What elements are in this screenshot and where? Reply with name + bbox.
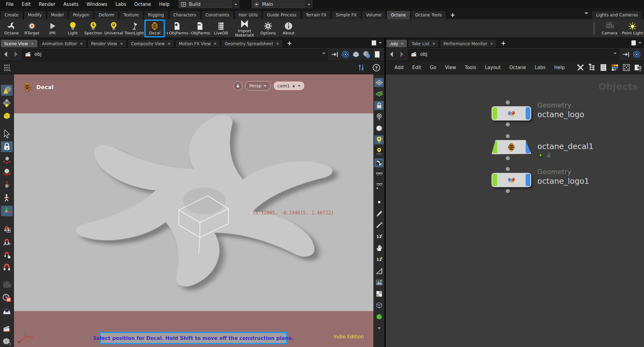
close-tab-icon[interactable] [80, 42, 83, 46]
menu-help[interactable]: Help [155, 2, 174, 7]
take-clapper-icon[interactable] [1, 323, 13, 334]
cursor-arrow-icon[interactable] [1, 129, 13, 139]
shades-icon[interactable] [374, 170, 384, 179]
shelf-tool-ipr[interactable]: IPR [42, 20, 63, 37]
pane-tab-performance-monitor[interactable]: Performance Monitor [440, 39, 497, 47]
scene-viewport[interactable]: Decal Persp cam1 . (6.12005, -0.244015, … [14, 74, 373, 347]
pane-tab-geometry-spreadsheet[interactable]: Geometry Spreadsheet [221, 39, 283, 47]
menu-render[interactable]: Render [35, 2, 59, 7]
construction-plane-icon[interactable] [374, 78, 384, 87]
shelf-tool-import-materialx[interactable]: Import MaterialX [231, 20, 258, 37]
bulb-normal-icon[interactable] [374, 135, 384, 144]
shelf-tool-point-light[interactable]: Point Light [621, 20, 644, 37]
network-editor[interactable]: Objects Geometry octane_logo [386, 74, 644, 347]
node-display-flag[interactable] [492, 174, 497, 186]
menu-octane[interactable]: Octane [130, 2, 155, 7]
menu-edit[interactable]: Edit [18, 2, 35, 7]
node-input-connector[interactable] [506, 134, 510, 138]
film-reel-icon[interactable] [1, 336, 13, 347]
display-sliders-icon[interactable] [357, 64, 365, 72]
magnet-point-icon[interactable] [1, 249, 13, 260]
headlight-icon[interactable] [374, 124, 384, 133]
grid-snap-icon[interactable] [622, 63, 631, 72]
path-dropdown-icon[interactable] [322, 53, 325, 56]
camera-selector-button[interactable]: cam1 [273, 81, 305, 90]
desktop-spinner[interactable] [306, 0, 312, 8]
layout-preset-selector[interactable]: Build [179, 1, 239, 8]
move-cube-icon[interactable] [1, 154, 13, 165]
prim-diamonds-icon[interactable] [1, 98, 13, 109]
shelf-tool-objparms[interactable]: +ObjParms [165, 20, 189, 37]
shelf-tool-universal[interactable]: U Universal [104, 20, 124, 37]
shelf-tool-spectron[interactable]: S Spectron [83, 20, 104, 37]
node-octane-decal1[interactable]: octane_decal1 [492, 140, 637, 154]
prim-numbers-icon[interactable]: 12 [374, 255, 384, 264]
close-tab-icon[interactable] [214, 42, 217, 46]
node-octane-logo1[interactable]: Geometry octane_logo1 [492, 173, 637, 187]
tree-view-icon[interactable] [588, 63, 596, 72]
close-tab-icon[interactable] [276, 42, 279, 46]
close-tab-icon[interactable] [432, 42, 435, 46]
cube-yellow-icon[interactable] [1, 111, 13, 121]
pane-tab-take-list[interactable]: Take List [408, 39, 439, 47]
render-region-icon[interactable] [1, 293, 13, 304]
view-selector-button[interactable]: Persp [245, 81, 271, 90]
pane-tab-render-view[interactable]: Render View [87, 39, 127, 47]
network-menu-edit[interactable]: Edit [408, 65, 426, 70]
secure-lock-icon[interactable] [1, 141, 13, 152]
node-body[interactable] [492, 173, 531, 187]
shelf-tab-volume[interactable]: Volume [362, 11, 386, 19]
add-pane-tab-button[interactable]: + [283, 39, 296, 47]
shelf-tool-livedb[interactable]: LiveDB [211, 20, 231, 37]
shelf-tab-terrain-fx[interactable]: Terrain FX [302, 11, 331, 19]
tools-crossed-icon[interactable] [576, 63, 585, 72]
transform-axes-icon[interactable] [1, 206, 13, 217]
shelf-tab-deform[interactable]: Deform [94, 11, 118, 19]
pin-icon[interactable] [331, 50, 339, 59]
network-menu-octane[interactable]: Octane [505, 65, 530, 70]
link-cube-icon[interactable] [352, 50, 360, 59]
shades-play-icon[interactable] [374, 181, 384, 190]
shelf-drag-handle[interactable] [593, 22, 595, 35]
shelf-tool-camera[interactable]: Camera [598, 20, 621, 37]
shelf-tab-characters[interactable]: Characters [169, 11, 201, 19]
unload-badge-icon[interactable] [537, 152, 544, 158]
menu-windows[interactable]: Windows [82, 2, 111, 7]
close-tab-icon[interactable] [490, 42, 493, 46]
ruler-icon[interactable] [374, 266, 384, 275]
expand-more-icon[interactable] [374, 324, 384, 333]
node-body[interactable] [492, 106, 531, 121]
shelf-tool-rtarget[interactable]: RTarget [22, 20, 42, 37]
magnet-icon[interactable] [1, 262, 13, 273]
shelf-tool-objparms[interactable]: -ObjParms [189, 20, 211, 37]
visualizer-mountain-icon[interactable] [374, 278, 384, 287]
back-arrow-icon[interactable] [388, 50, 396, 58]
flipbook-lens-icon[interactable] [1, 306, 13, 317]
shelf-tab-hair-utils[interactable]: Hair Utils [234, 11, 262, 19]
shelf-tab-create[interactable]: Create [0, 11, 23, 19]
node-output-connector[interactable] [506, 156, 510, 160]
pose-figure-icon[interactable] [1, 193, 13, 204]
rotate-sphere-icon[interactable] [1, 167, 13, 178]
snapping-lock-icon[interactable] [374, 101, 384, 110]
network-path-field[interactable]: obj [22, 49, 328, 59]
node-input-connector[interactable] [506, 100, 510, 104]
node-output-connector[interactable] [506, 189, 510, 193]
shelf-tab-texture[interactable]: Texture [119, 11, 143, 19]
close-tab-icon[interactable] [120, 42, 123, 46]
shelf-tool-about[interactable]: About [278, 20, 299, 37]
pane-tab-animation-editor[interactable]: Animation Editor [38, 39, 87, 47]
pane-layout-icon[interactable] [633, 63, 642, 72]
forward-arrow-icon[interactable] [12, 50, 20, 58]
eyedropper-icon[interactable] [374, 221, 384, 230]
shelf-tab-model[interactable]: Model [47, 11, 68, 19]
node-render-flag[interactable] [526, 141, 530, 153]
bulb-off-icon[interactable] [374, 112, 384, 121]
close-tab-icon[interactable] [400, 42, 404, 46]
shelf-tool-light[interactable]: Light [63, 20, 83, 37]
shelf-tab-simple-fx[interactable]: Simple FX [332, 11, 361, 19]
shelf-tool-octane[interactable]: Octane [1, 20, 22, 37]
pane-menu-icon[interactable] [379, 42, 382, 45]
pane-maximize-icon[interactable] [372, 40, 376, 46]
hand-icon[interactable] [374, 244, 384, 253]
